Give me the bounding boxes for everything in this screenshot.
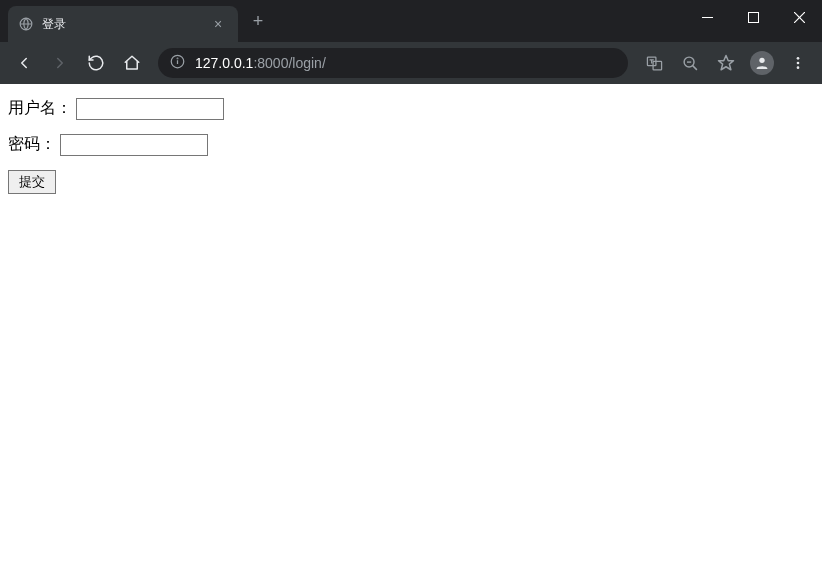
reload-button[interactable] — [80, 47, 112, 79]
tab-title: 登录 — [42, 16, 210, 33]
bookmark-icon[interactable] — [710, 47, 742, 79]
svg-rect-2 — [748, 12, 758, 22]
back-button[interactable] — [8, 47, 40, 79]
password-input[interactable] — [60, 134, 208, 156]
password-label: 密码： — [8, 134, 56, 155]
svg-marker-13 — [719, 56, 734, 70]
svg-point-17 — [797, 66, 800, 69]
window-controls — [684, 0, 822, 34]
close-window-button[interactable] — [776, 0, 822, 34]
svg-point-14 — [759, 58, 764, 63]
translate-icon[interactable] — [638, 47, 670, 79]
info-icon[interactable] — [170, 54, 185, 72]
forward-button[interactable] — [44, 47, 76, 79]
profile-avatar[interactable] — [746, 47, 778, 79]
zoom-icon[interactable] — [674, 47, 706, 79]
username-label: 用户名： — [8, 98, 72, 119]
password-row: 密码： — [8, 134, 814, 156]
home-button[interactable] — [116, 47, 148, 79]
url-box[interactable]: 127.0.0.1:8000/login/ — [158, 48, 628, 78]
address-bar: 127.0.0.1:8000/login/ — [0, 42, 822, 84]
page-content: 用户名： 密码： 提交 — [0, 84, 822, 572]
new-tab-button[interactable]: + — [244, 7, 272, 35]
maximize-button[interactable] — [730, 0, 776, 34]
svg-point-16 — [797, 62, 800, 65]
username-row: 用户名： — [8, 98, 814, 120]
window-titlebar: 登录 × + — [0, 0, 822, 42]
url-path: /login/ — [288, 55, 325, 71]
username-input[interactable] — [76, 98, 224, 120]
menu-icon[interactable] — [782, 47, 814, 79]
browser-tab[interactable]: 登录 × — [8, 6, 238, 42]
url-text: 127.0.0.1:8000/login/ — [195, 55, 326, 71]
svg-point-15 — [797, 57, 800, 60]
svg-point-7 — [177, 58, 178, 59]
url-host: 127.0.0.1 — [195, 55, 253, 71]
close-tab-icon[interactable]: × — [210, 16, 226, 32]
submit-row: 提交 — [8, 170, 814, 194]
minimize-button[interactable] — [684, 0, 730, 34]
submit-button[interactable]: 提交 — [8, 170, 56, 194]
url-port: :8000 — [253, 55, 288, 71]
globe-icon — [18, 16, 34, 32]
svg-line-11 — [692, 65, 696, 69]
